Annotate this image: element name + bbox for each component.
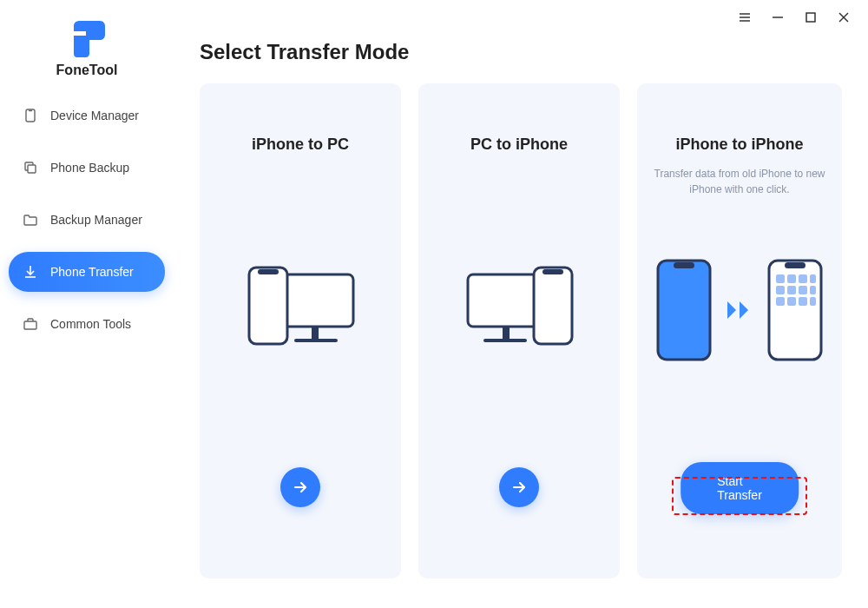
app-name: FoneTool xyxy=(0,63,174,78)
svg-rect-28 xyxy=(674,262,694,268)
svg-rect-7 xyxy=(74,31,86,36)
svg-rect-37 xyxy=(799,286,807,294)
sidebar-item-device-manager[interactable]: Device Manager xyxy=(9,96,165,135)
svg-rect-16 xyxy=(312,327,319,339)
arrow-right-icon xyxy=(510,479,528,496)
card-iphone-to-pc[interactable]: iPhone to PC xyxy=(200,83,401,578)
card-title: iPhone to PC xyxy=(252,135,349,154)
app-logo-icon xyxy=(67,17,107,57)
svg-rect-25 xyxy=(542,269,563,274)
svg-rect-35 xyxy=(776,286,785,294)
svg-rect-14 xyxy=(24,321,36,329)
svg-rect-40 xyxy=(787,297,796,306)
svg-rect-30 xyxy=(785,262,806,268)
svg-rect-11 xyxy=(28,165,36,173)
svg-marker-43 xyxy=(727,301,736,319)
sidebar: FoneTool Device Manager Phone Backup Bac… xyxy=(0,0,174,608)
svg-rect-42 xyxy=(810,297,816,306)
svg-rect-39 xyxy=(776,297,785,306)
svg-rect-23 xyxy=(483,339,527,342)
sidebar-item-phone-backup[interactable]: Phone Backup xyxy=(9,148,165,188)
pc-to-iphone-illustration xyxy=(463,223,575,397)
start-transfer-button[interactable]: Start Transfer xyxy=(681,462,799,514)
iphone-to-iphone-illustration xyxy=(653,223,826,397)
card-pc-to-iphone[interactable]: PC to iPhone xyxy=(418,83,620,578)
sidebar-item-label: Common Tools xyxy=(50,317,131,331)
card-description: Transfer data from old iPhone to new iPh… xyxy=(653,166,826,197)
sidebar-item-common-tools[interactable]: Common Tools xyxy=(9,304,165,344)
main-content: Select Transfer Mode iPhone to PC PC to … xyxy=(174,0,868,608)
svg-rect-17 xyxy=(294,339,338,342)
sidebar-item-label: Phone Transfer xyxy=(50,265,134,279)
svg-marker-44 xyxy=(740,301,748,319)
sidebar-item-label: Phone Backup xyxy=(50,161,129,175)
go-button[interactable] xyxy=(499,467,539,507)
app-logo-area: FoneTool xyxy=(0,17,174,78)
svg-rect-31 xyxy=(776,274,785,283)
transfer-mode-cards: iPhone to PC PC to iPhone xyxy=(200,83,842,578)
svg-rect-36 xyxy=(787,286,796,294)
svg-rect-19 xyxy=(258,269,279,274)
page-title: Select Transfer Mode xyxy=(200,40,842,64)
go-button[interactable] xyxy=(280,467,320,507)
arrow-right-icon xyxy=(292,479,309,496)
svg-rect-41 xyxy=(799,297,807,306)
svg-rect-34 xyxy=(810,274,816,283)
download-icon xyxy=(23,264,38,280)
phone-device-icon xyxy=(23,108,38,123)
sidebar-nav: Device Manager Phone Backup Backup Manag… xyxy=(0,96,174,344)
svg-rect-27 xyxy=(658,261,710,360)
copy-icon xyxy=(23,160,38,175)
folder-icon xyxy=(23,212,38,228)
svg-rect-38 xyxy=(810,286,816,294)
card-title: iPhone to iPhone xyxy=(676,135,804,154)
svg-rect-18 xyxy=(249,268,287,344)
sidebar-item-label: Backup Manager xyxy=(50,213,142,227)
sidebar-item-phone-transfer[interactable]: Phone Transfer xyxy=(9,252,165,292)
sidebar-item-label: Device Manager xyxy=(50,109,139,122)
svg-rect-24 xyxy=(534,268,572,344)
toolbox-icon xyxy=(23,316,38,332)
sidebar-item-backup-manager[interactable]: Backup Manager xyxy=(9,200,165,240)
svg-rect-32 xyxy=(787,274,796,283)
svg-rect-33 xyxy=(799,274,807,283)
card-iphone-to-iphone[interactable]: iPhone to iPhone Transfer data from old … xyxy=(637,83,842,578)
iphone-to-pc-illustration xyxy=(244,223,357,397)
svg-rect-22 xyxy=(503,327,510,339)
card-title: PC to iPhone xyxy=(470,135,568,154)
